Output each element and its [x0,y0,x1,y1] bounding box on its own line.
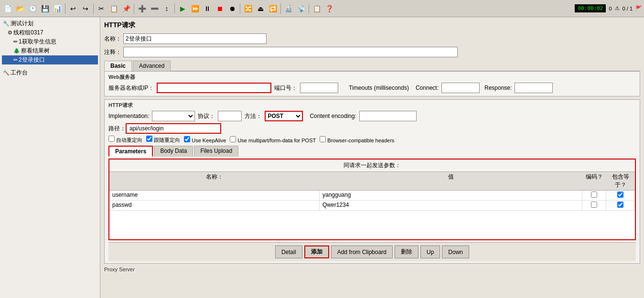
param-include-1[interactable] [606,201,635,210]
add-button[interactable]: 添加 [304,245,329,258]
checkbox-auto-redirect[interactable] [108,136,115,142]
sidebar-item-login-api[interactable]: ✏ 2登录接口 [2,55,98,64]
collapse-button[interactable]: ➖ [149,3,160,14]
protocol-label: 协议： [198,112,215,120]
sep1 [65,3,65,14]
sidebar-label-test-plan: 测试计划 [11,20,33,28]
add-clipboard-button[interactable]: Add from Clipboard [331,245,393,258]
detail-button[interactable]: Detail [275,245,302,258]
remote-clear-button[interactable]: 🔁 [267,3,279,14]
expand-button[interactable]: ➕ [136,3,148,14]
stop-button[interactable]: ⏹ [214,3,225,14]
sep5 [240,3,240,14]
sidebar-item-view-tree[interactable]: 🌲 察看结果树 [2,46,98,55]
http-request-title: HTTP请求 [108,102,636,109]
main-tabs: Basic Advanced [104,60,640,71]
remote-stop-button[interactable]: ⏏ [255,3,266,14]
start-button[interactable]: ▶ [177,3,188,14]
server-label: 服务器名称或IP： [108,84,154,92]
start-all-button[interactable]: ⏩ [189,3,201,14]
sidebar-item-thread-group[interactable]: ⚙ 线程组0317 [2,28,98,37]
sidebar-label-login-api: 2登录接口 [19,56,45,64]
comment-row: 注释： [104,47,640,57]
param-encode-1[interactable] [582,201,606,210]
server-input[interactable] [157,83,271,93]
down-button[interactable]: Down [442,245,469,258]
sidebar-label-thread-group: 线程组0317 [13,29,43,37]
implementation-select[interactable] [152,111,195,121]
comment-input[interactable] [123,47,458,57]
encode-checkbox-0[interactable] [591,192,597,198]
page-title: HTTP请求 [104,21,640,30]
list-button[interactable]: 📋 [311,3,322,14]
path-input[interactable] [126,123,221,134]
deploy-button[interactable]: 📊 [52,3,63,14]
protocol-input[interactable] [218,111,242,121]
encode-checkbox-1[interactable] [591,202,597,208]
progress-display: 0 / 1 [623,6,633,11]
inner-tab-body-data[interactable]: Body Data [154,146,193,157]
webserver-row: 服务器名称或IP： 端口号： Timeouts (milliseconds) C… [108,83,636,93]
col-header-value: 值 [320,172,582,190]
sidebar-item-test-plan[interactable]: 🔧 测试计划 [2,19,98,28]
col-header-encode: 编码？ [582,172,606,190]
method-label: 方法： [245,112,262,120]
include-checkbox-1[interactable] [617,202,623,208]
bottom-buttons: Detail 添加 Add from Clipboard 删除 Up Down [108,242,636,261]
checkbox-multipart[interactable] [230,136,236,142]
tab-basic[interactable]: Basic [104,61,132,71]
name-input[interactable] [123,33,267,44]
method-select[interactable]: POST GET PUT DELETE [265,111,303,121]
monitor-button[interactable]: 📡 [295,3,307,14]
new-button[interactable]: 📄 [2,3,13,14]
checkbox-browser-label[interactable]: Browser-compatible headers [320,136,394,143]
tools-button[interactable]: 🔬 [283,3,294,14]
help-button[interactable]: ❓ [323,3,335,14]
toggle-button[interactable]: ↕ [161,3,172,14]
checkbox-keepalive[interactable] [184,136,190,142]
webserver-section: Web服务器 服务器名称或IP： 端口号： Timeouts (millisec… [104,71,640,96]
include-checkbox-0[interactable] [617,192,623,198]
checkbox-browser-headers[interactable] [320,136,326,142]
pause-button[interactable]: ⏸ [202,3,213,14]
checkbox-keepalive-label[interactable]: Use KeepAlive [184,136,226,143]
response-input[interactable] [515,83,553,93]
checkbox-follow-redirect[interactable] [146,136,152,142]
sep7 [309,3,309,14]
error-count: 0 [609,6,612,11]
connect-input[interactable] [441,83,480,93]
col-header-name: 名称： [109,172,320,190]
up-button[interactable]: Up [420,245,440,258]
checkbox-follow-label[interactable]: 跟随重定向 [146,136,180,144]
inner-tab-files-upload[interactable]: Files Upload [194,146,238,157]
remote-start-button[interactable]: 🔀 [242,3,254,14]
redo-button[interactable]: ↪ [80,3,91,14]
param-name-1: passwd [109,201,320,210]
param-include-0[interactable] [606,191,635,200]
param-encode-0[interactable] [582,191,606,200]
delete-button[interactable]: 删除 [395,245,419,258]
cut-button[interactable]: ✂ [96,3,107,14]
inner-tab-parameters[interactable]: Parameters [108,146,153,157]
open-button[interactable]: 📂 [14,3,26,14]
save-recent-button[interactable]: 🕐 [27,3,38,14]
test-plan-icon: 🔧 [3,21,10,27]
checkbox-row: 自动重定向 跟随重定向 Use KeepAlive Use multipart/… [108,136,636,144]
port-input[interactable] [300,83,338,93]
paste-button[interactable]: 📌 [120,3,132,14]
impl-label: Implementation: [108,113,149,119]
param-value-1: Qwer1234 [320,201,582,210]
sidebar-item-workbench[interactable]: 🔨 工作台 [2,68,98,77]
encoding-input[interactable] [359,111,417,121]
checkbox-redirect-label[interactable]: 自动重定向 [108,136,142,144]
stop-all-button[interactable]: ⏺ [226,3,238,14]
get-student-icon: ✏ [13,39,18,45]
copy-button[interactable]: 📋 [108,3,119,14]
save-button[interactable]: 💾 [39,3,51,14]
connect-label: Connect: [416,85,439,91]
tab-advanced[interactable]: Advanced [133,61,171,71]
undo-button[interactable]: ↩ [67,3,79,14]
sidebar-item-get-student[interactable]: ✏ 1获取学生信息 [2,37,98,46]
inner-tabs: Parameters Body Data Files Upload [108,146,636,157]
checkbox-multipart-label[interactable]: Use multipart/form-data for POST [230,136,316,143]
